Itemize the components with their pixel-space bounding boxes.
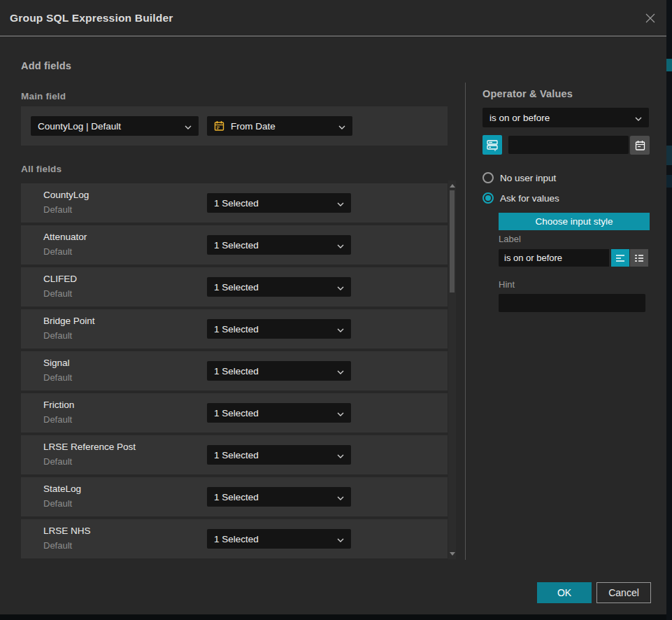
field-selection-value: 1 Selected <box>214 366 333 376</box>
calendar-icon <box>635 140 645 151</box>
field-selection-select[interactable]: 1 Selected <box>207 277 351 297</box>
field-selection-select[interactable]: 1 Selected <box>207 445 351 465</box>
list-scrollbar[interactable] <box>448 181 456 559</box>
field-sublabel: Default <box>43 372 72 383</box>
field-sublabel: Default <box>43 288 72 299</box>
field-selection-value: 1 Selected <box>214 198 333 209</box>
chevron-down-icon <box>337 282 344 293</box>
chevron-down-icon <box>337 324 344 334</box>
add-fields-heading: Add fields <box>21 60 71 71</box>
label-caption: Label <box>499 234 521 244</box>
field-row: Signal Default 1 Selected <box>21 351 448 390</box>
field-name: Attenuator <box>43 232 87 242</box>
field-selection-select[interactable]: 1 Selected <box>207 193 351 213</box>
field-name: Bridge Point <box>43 316 95 326</box>
main-field-panel: CountyLog | Default From Date <box>21 106 448 146</box>
value-input[interactable] <box>508 136 629 154</box>
background-app-edge-segment <box>666 146 672 165</box>
chevron-down-icon <box>337 366 344 376</box>
field-name: StateLog <box>43 484 81 494</box>
close-button[interactable] <box>643 11 657 25</box>
radio-selected-icon <box>482 192 494 204</box>
scrollbar-up-icon[interactable] <box>448 182 456 190</box>
field-row: LRSE Reference Post Default 1 Selected <box>21 435 448 474</box>
field-row: LRSE NHS Default 1 Selected <box>21 519 448 558</box>
chevron-down-icon <box>635 113 642 123</box>
operator-select-value: is on or before <box>489 113 631 123</box>
background-app-edge-segment <box>666 59 672 71</box>
field-selection-select[interactable]: 1 Selected <box>207 319 351 339</box>
all-fields-list: CountyLog Default 1 Selected Attenuator … <box>21 183 448 561</box>
cancel-button[interactable]: Cancel <box>596 582 651 603</box>
field-sublabel: Default <box>43 540 72 551</box>
input-style-icon <box>487 139 499 151</box>
hint-input[interactable] <box>499 294 645 312</box>
main-field-select[interactable]: From Date <box>207 116 352 136</box>
field-selection-value: 1 Selected <box>214 534 333 544</box>
field-row: Attenuator Default 1 Selected <box>21 225 448 265</box>
field-row: CLIFED Default 1 Selected <box>21 267 448 307</box>
layer-select[interactable]: CountyLog | Default <box>31 116 199 136</box>
field-sublabel: Default <box>43 498 72 509</box>
scrollbar-thumb[interactable] <box>450 190 455 293</box>
chevron-down-icon <box>337 534 344 544</box>
value-input-type-button[interactable] <box>482 135 502 155</box>
all-fields-heading: All fields <box>21 164 62 174</box>
chevron-down-icon <box>337 492 344 502</box>
radio-ask-for-values[interactable]: Ask for values <box>482 192 559 204</box>
field-selection-value: 1 Selected <box>214 492 333 502</box>
field-sublabel: Default <box>43 456 72 467</box>
radio-no-user-input[interactable]: No user input <box>482 171 556 184</box>
scrollbar-down-icon[interactable] <box>448 550 456 558</box>
field-row: StateLog Default 1 Selected <box>21 477 448 516</box>
background-app-edge <box>666 0 672 620</box>
field-name: CountyLog <box>43 190 89 200</box>
align-left-icon <box>615 254 625 262</box>
chevron-down-icon <box>337 198 344 209</box>
field-selection-select[interactable]: 1 Selected <box>207 403 351 423</box>
list-icon <box>634 254 644 262</box>
ok-button[interactable]: OK <box>537 582 592 603</box>
field-selection-value: 1 Selected <box>214 324 333 334</box>
chevron-down-icon <box>338 121 345 132</box>
radio-icon <box>482 172 494 183</box>
close-icon <box>644 12 657 24</box>
group-sql-expression-builder-dialog: Group SQL Expression Builder Add fields … <box>0 0 666 614</box>
field-name: LRSE Reference Post <box>43 442 136 452</box>
field-selection-value: 1 Selected <box>214 450 333 460</box>
operator-select[interactable]: is on or before <box>482 108 649 127</box>
chevron-down-icon <box>185 121 192 132</box>
field-name: CLIFED <box>43 274 77 284</box>
field-name: Friction <box>43 400 74 410</box>
single-value-style-button[interactable] <box>611 249 629 267</box>
panel-divider <box>465 83 466 560</box>
radio-no-user-input-label: No user input <box>500 173 556 183</box>
hint-caption: Hint <box>499 279 515 290</box>
field-selection-select[interactable]: 1 Selected <box>207 487 351 507</box>
value-calendar-button[interactable] <box>630 136 650 155</box>
label-input[interactable] <box>499 249 609 267</box>
field-selection-value: 1 Selected <box>214 408 333 418</box>
field-sublabel: Default <box>43 204 72 215</box>
chevron-down-icon <box>337 408 344 418</box>
field-selection-select[interactable]: 1 Selected <box>207 361 351 381</box>
choose-input-style-button[interactable]: Choose input style <box>499 213 650 230</box>
field-selection-select[interactable]: 1 Selected <box>207 235 351 255</box>
main-field-select-value: From Date <box>231 121 334 132</box>
field-row: CountyLog Default 1 Selected <box>21 183 448 223</box>
layer-select-value: CountyLog | Default <box>38 121 180 132</box>
field-name: Signal <box>43 358 70 368</box>
list-style-button[interactable] <box>630 249 648 267</box>
field-selection-select[interactable]: 1 Selected <box>207 529 351 549</box>
chevron-down-icon <box>337 450 344 460</box>
operator-values-heading: Operator & Values <box>482 88 573 99</box>
background-app-edge-segment <box>666 175 672 188</box>
radio-ask-for-values-label: Ask for values <box>500 193 559 204</box>
calendar-icon <box>214 120 224 132</box>
field-row: Friction Default 1 Selected <box>21 393 448 432</box>
chevron-down-icon <box>337 240 344 251</box>
field-name: LRSE NHS <box>43 526 91 536</box>
field-row: Bridge Point Default 1 Selected <box>21 309 448 348</box>
field-selection-value: 1 Selected <box>214 282 333 293</box>
field-sublabel: Default <box>43 246 72 257</box>
